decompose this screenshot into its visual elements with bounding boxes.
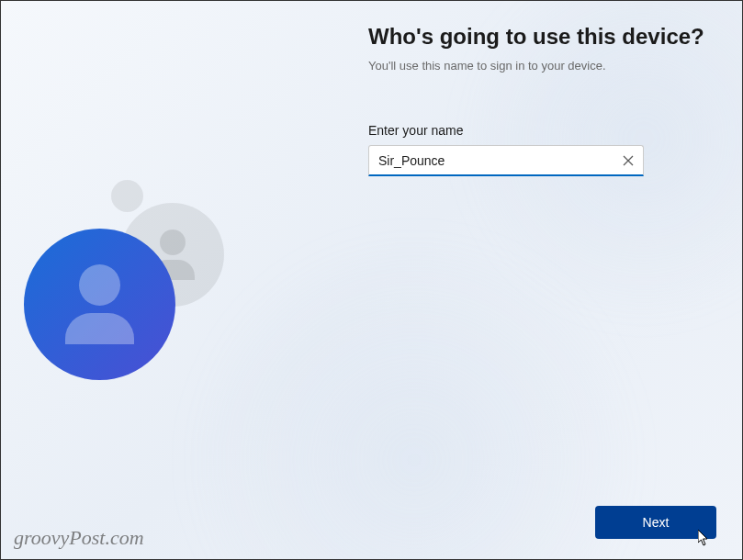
setup-form: Who's going to use this device? You'll u… (368, 24, 717, 176)
page-title: Who's going to use this device? (368, 24, 717, 50)
close-icon (623, 155, 634, 166)
name-input-wrapper (368, 145, 644, 176)
user-illustration (24, 180, 226, 400)
watermark: groovyPost.com (14, 526, 144, 550)
clear-input-button[interactable] (618, 151, 638, 171)
name-input[interactable] (368, 145, 644, 176)
primary-user-icon (24, 229, 175, 380)
name-field-label: Enter your name (368, 123, 717, 138)
next-button[interactable]: Next (595, 506, 716, 539)
page-subtitle: You'll use this name to sign in to your … (368, 59, 717, 73)
decorative-circle-small (111, 180, 143, 212)
